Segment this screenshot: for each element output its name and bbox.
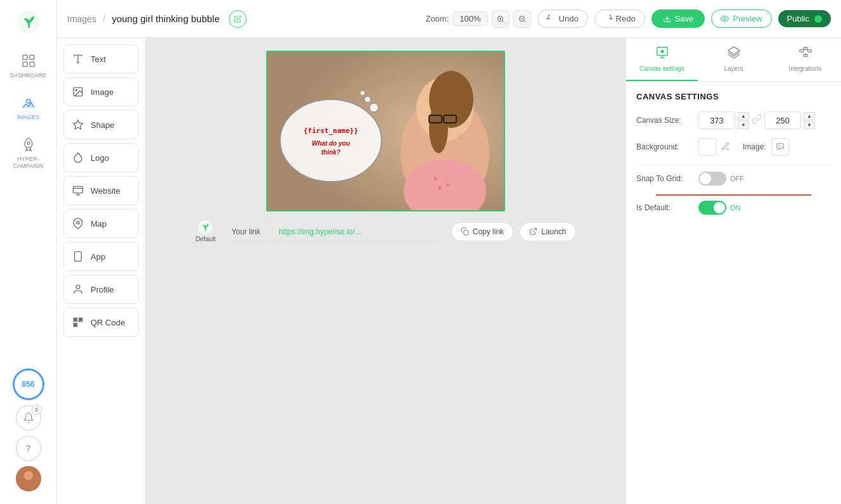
- launch-button[interactable]: Launch: [520, 222, 575, 241]
- tool-app[interactable]: App: [63, 242, 139, 271]
- is-default-toggle[interactable]: [698, 201, 726, 215]
- tool-image[interactable]: Image: [63, 77, 139, 106]
- snap-to-grid-label: Snap To Grid:: [636, 174, 693, 183]
- zoom-control: Zoom: 100%: [425, 10, 530, 28]
- leaf-icon: [198, 220, 212, 234]
- svg-point-21: [75, 89, 77, 91]
- tool-profile-label: Profile: [91, 285, 114, 294]
- link-area: Default Your link https://img.hyperise.i…: [196, 220, 576, 243]
- map-tool-icon: [72, 217, 84, 230]
- edit-name-button[interactable]: [229, 10, 247, 28]
- zoom-in-button[interactable]: [492, 10, 510, 28]
- tab-integrations[interactable]: Integrations: [769, 38, 841, 81]
- canvas-size-label: Canvas Size:: [636, 116, 693, 125]
- svg-rect-2: [30, 55, 34, 60]
- default-label: Default: [196, 236, 216, 243]
- snap-toggle-knob: [700, 173, 711, 184]
- is-default-toggle-container: ON: [698, 201, 741, 215]
- sidebar-bottom: 856 0 ?: [13, 369, 44, 498]
- svg-rect-4: [30, 62, 34, 66]
- public-button[interactable]: Public: [778, 10, 831, 27]
- tool-profile[interactable]: Profile: [63, 275, 139, 304]
- sidebar-item-hypercampaign[interactable]: HYPER-CAMPAIGN: [3, 129, 54, 176]
- svg-point-71: [661, 50, 664, 53]
- zoom-out-button[interactable]: [513, 10, 531, 28]
- svg-rect-1: [23, 55, 27, 60]
- svg-rect-34: [75, 319, 76, 320]
- app-logo[interactable]: [13, 6, 44, 38]
- link-url-value: https://img.hyperise.io/...: [270, 223, 370, 241]
- default-badge: Default: [196, 220, 216, 243]
- sidebar-item-dashboard[interactable]: DASHBOARD: [3, 46, 54, 85]
- svg-point-59: [364, 96, 371, 103]
- sidebar-item-images[interactable]: IMAGES: [3, 87, 54, 127]
- is-default-on-label: ON: [730, 204, 741, 211]
- tab-canvas-settings[interactable]: Canvas settings: [626, 38, 698, 81]
- background-row: Background: Image:: [636, 138, 831, 156]
- is-default-row: Is Default: ON: [636, 201, 831, 215]
- tools-panel: Text Image Shape: [57, 38, 146, 504]
- canvas-height-down[interactable]: ▼: [804, 121, 815, 129]
- user-avatar[interactable]: [16, 466, 41, 491]
- zoom-value: 100%: [453, 11, 487, 26]
- tool-text[interactable]: Text: [63, 44, 139, 73]
- background-color-picker[interactable]: [698, 138, 716, 156]
- canvas-height-up[interactable]: ▲: [804, 112, 815, 120]
- rocket-icon: [20, 135, 37, 153]
- svg-rect-35: [80, 319, 81, 320]
- svg-line-67: [533, 229, 537, 232]
- canvas-width-input[interactable]: [698, 111, 735, 129]
- undo-button[interactable]: Undo: [537, 9, 588, 28]
- tool-logo[interactable]: Logo: [63, 143, 139, 172]
- canvas-width-down[interactable]: ▼: [738, 121, 749, 129]
- save-button[interactable]: Save: [652, 9, 705, 28]
- svg-point-8: [24, 471, 33, 480]
- tool-shape[interactable]: Shape: [63, 110, 139, 139]
- layers-icon: [727, 46, 741, 63]
- images-icon: [20, 94, 37, 111]
- link-dimensions-icon[interactable]: [752, 114, 762, 127]
- preview-button[interactable]: Preview: [711, 9, 771, 28]
- is-default-label: Is Default:: [636, 203, 693, 212]
- notification-button[interactable]: 0: [16, 405, 41, 431]
- main-content: Images / young girl thinking bubble Zoom…: [57, 0, 841, 504]
- canvas-size-inputs: ▲ ▼ ▲ ▼: [698, 111, 815, 129]
- image-tool-icon: [72, 85, 84, 98]
- sidebar-label-dashboard: DASHBOARD: [10, 72, 46, 79]
- image-upload-button[interactable]: [771, 138, 789, 156]
- snap-to-grid-row: Snap To Grid: OFF: [636, 172, 831, 186]
- tool-qrcode[interactable]: QR Code: [63, 308, 139, 337]
- breadcrumb-section: Images: [67, 14, 96, 24]
- score-circle[interactable]: 856: [13, 369, 44, 400]
- right-panel-tabs: Canvas settings Layers: [626, 38, 841, 82]
- is-default-knob: [714, 202, 725, 213]
- breadcrumb-separator: /: [103, 13, 105, 25]
- tool-image-label: Image: [91, 87, 113, 97]
- tool-map-label: Map: [91, 219, 106, 229]
- svg-text:What do you: What do you: [312, 140, 350, 147]
- tool-map[interactable]: Map: [63, 209, 139, 238]
- svg-line-10: [502, 20, 503, 22]
- svg-point-82: [778, 145, 780, 146]
- help-button[interactable]: ?: [16, 436, 41, 461]
- background-edit-icon[interactable]: [721, 142, 730, 153]
- svg-point-58: [369, 103, 378, 112]
- svg-rect-3: [23, 62, 27, 66]
- score-value: 856: [22, 380, 34, 389]
- svg-marker-22: [74, 120, 83, 129]
- sidebar: DASHBOARD IMAGES HYPER-CAMPAIGN 856: [0, 0, 57, 504]
- canvas-height-input[interactable]: [764, 111, 801, 129]
- svg-text:{first_name}}: {first_name}}: [304, 127, 358, 135]
- redo-button[interactable]: Redo: [594, 9, 645, 28]
- canvas-width-up[interactable]: ▲: [738, 112, 749, 120]
- website-tool-icon: [72, 184, 84, 197]
- svg-point-56: [446, 183, 450, 187]
- canvas-wrapper[interactable]: {first_name}} What do you think?: [266, 51, 505, 211]
- copy-link-button[interactable]: Copy link: [451, 222, 513, 241]
- notification-badge: 0: [32, 405, 42, 415]
- snap-toggle[interactable]: [698, 172, 726, 186]
- link-display: Your link https://img.hyperise.io/...: [222, 222, 445, 241]
- tool-logo-label: Logo: [91, 153, 109, 163]
- tab-layers[interactable]: Layers: [698, 38, 769, 81]
- tool-website[interactable]: Website: [63, 176, 139, 205]
